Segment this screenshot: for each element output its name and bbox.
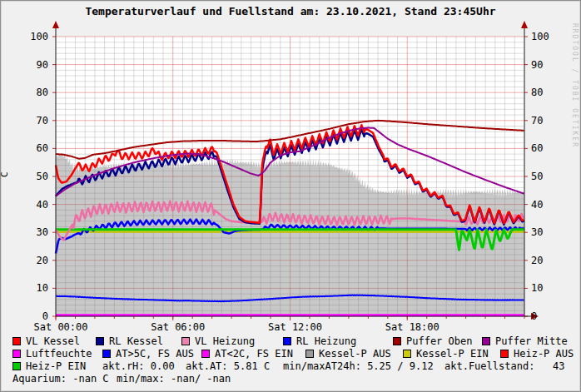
y-tick-label-right: 60 xyxy=(531,143,543,153)
y-tick-label-left: 60 xyxy=(20,143,48,153)
x-tick-label: Sat 06:00 xyxy=(151,322,205,332)
legend-label: Luftfeuchte xyxy=(26,349,92,360)
x-tick-label: Sat 18:00 xyxy=(385,322,439,332)
y-tick-label-right: 40 xyxy=(531,200,543,210)
legend-label: VL Heizung xyxy=(195,336,255,347)
y-tick-label-right: 10 xyxy=(531,283,543,293)
legend-label: AT<2C, FS EIN xyxy=(215,349,293,360)
legend-swatch xyxy=(482,337,490,345)
y-tick-label-right: 50 xyxy=(531,171,543,181)
y-tick-label-left: 100 xyxy=(20,32,48,42)
x-tick-label: Sat 12:00 xyxy=(268,322,322,332)
y-tick-label-right: 90 xyxy=(531,60,543,70)
legend-label: Kessel-P AUS xyxy=(319,349,391,360)
y-axis-arrow-right xyxy=(521,21,528,28)
y-tick-label-right: 70 xyxy=(531,116,543,126)
legend-label: Puffer Mitte xyxy=(495,336,568,347)
rrdtool-watermark: RRDTOOL / TOBI OETIKER xyxy=(571,23,579,148)
legend-label: akt.Fuellstand: 43 xyxy=(444,361,565,372)
legend-swatch xyxy=(393,337,401,345)
rrdtool-graph-page: { "title": "Temperaturverlauf und Fuells… xyxy=(0,0,581,392)
legend-swatch xyxy=(283,337,291,345)
y-tick-label-left: 0 xyxy=(20,311,48,321)
y-tick-label-left: 50 xyxy=(20,171,48,181)
y-tick-label-right: 100 xyxy=(531,32,549,42)
legend-swatch xyxy=(96,337,104,345)
legend-label: Heiz-P AUS xyxy=(514,349,574,360)
y-axis-unit-label: C xyxy=(0,166,16,177)
y-tick-label-right: 20 xyxy=(531,256,543,265)
x-tick-label: Sat 00:00 xyxy=(33,322,87,332)
legend-swatch xyxy=(12,362,21,370)
legend-label: VL Kessel xyxy=(26,336,80,347)
legend-label: RL Heizung xyxy=(296,336,356,347)
legend-swatch xyxy=(181,337,190,345)
legend-swatch xyxy=(12,337,21,345)
legend-swatch xyxy=(500,350,509,358)
legend-label: Aquarium: -nan C xyxy=(12,374,109,385)
legend-swatch xyxy=(201,350,210,358)
y-tick-label-left: 90 xyxy=(20,60,48,70)
legend-swatch xyxy=(305,350,314,358)
legend-label: min/maxAT24h: 5.25 / 9.12 xyxy=(283,361,434,372)
legend-label: Kessel-P EIN xyxy=(416,349,489,360)
y-tick-label-left: 30 xyxy=(20,227,48,237)
y-tick-label-left: 70 xyxy=(20,116,48,126)
legend-swatch xyxy=(403,350,411,358)
legend-label: akt.rH: 0.00 xyxy=(102,361,175,372)
legend-label: RL Kessel xyxy=(109,336,163,347)
y-tick-label-left: 80 xyxy=(20,87,48,97)
legend-label: min/max: -nan/ -nan xyxy=(117,374,231,385)
y-tick-label-left: 20 xyxy=(20,256,48,265)
legend-label: akt.AT: 5.81 C xyxy=(186,361,270,372)
legend-label: AT>5C, FS AUS xyxy=(116,349,194,360)
y-axis-arrow-left xyxy=(52,21,59,28)
legend-swatch xyxy=(102,350,111,358)
y-tick-label-left: 10 xyxy=(20,283,48,293)
y-tick-label-left: 40 xyxy=(20,200,48,210)
y-tick-label-right: 80 xyxy=(531,87,543,97)
legend-swatch xyxy=(12,350,21,358)
legend-label: Heiz-P EIN xyxy=(26,361,86,372)
legend-label: Puffer Oben xyxy=(406,336,472,347)
y-tick-label-right: 0 xyxy=(531,311,537,321)
y-tick-label-right: 30 xyxy=(531,227,543,237)
chart-plot-area xyxy=(0,0,581,392)
